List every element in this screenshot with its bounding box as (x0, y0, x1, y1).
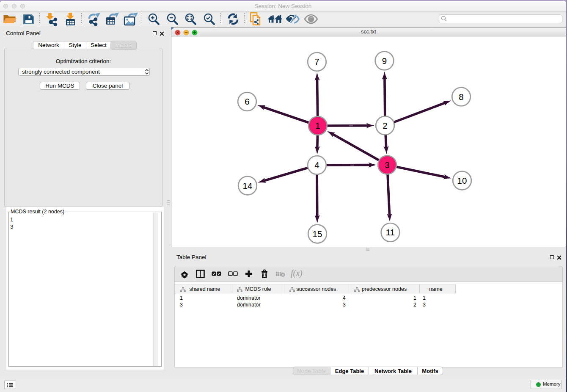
svg-text:14: 14 (243, 181, 253, 190)
svg-text:1: 1 (315, 121, 320, 130)
svg-text:6: 6 (245, 97, 249, 106)
svg-text:10: 10 (457, 176, 467, 185)
svg-text:3: 3 (385, 160, 389, 170)
svg-text:2: 2 (383, 121, 387, 130)
svg-text:9: 9 (382, 56, 387, 66)
svg-text:7: 7 (314, 57, 319, 66)
svg-text:4: 4 (314, 160, 319, 170)
svg-text:15: 15 (313, 229, 322, 239)
svg-text:8: 8 (459, 92, 463, 102)
svg-text:11: 11 (386, 227, 395, 237)
